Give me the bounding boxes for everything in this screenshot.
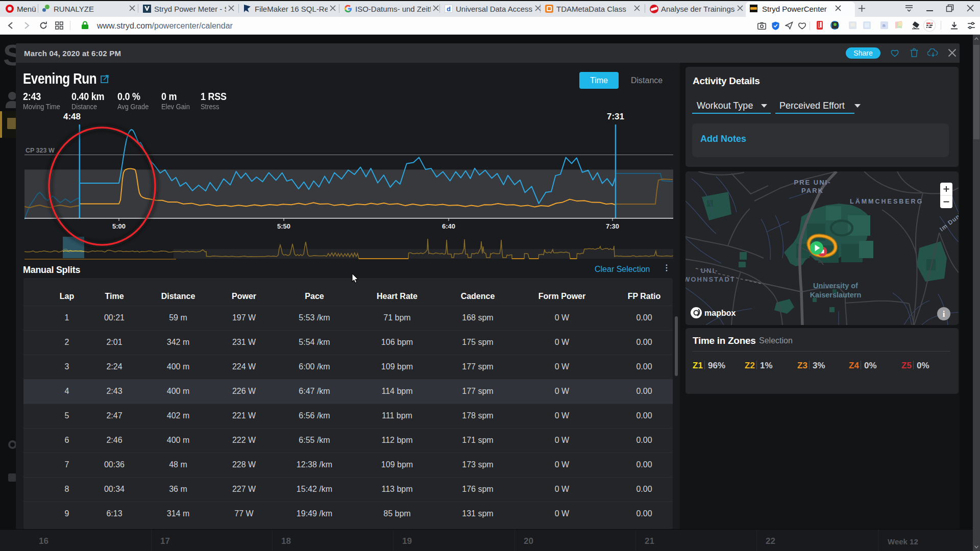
svg-text:PARK: PARK bbox=[801, 187, 824, 194]
svg-text:5:50: 5:50 bbox=[277, 222, 290, 230]
svg-text:7:31: 7:31 bbox=[607, 113, 624, 121]
svg-text:University of: University of bbox=[813, 282, 858, 290]
svg-text:6:40: 6:40 bbox=[442, 222, 455, 230]
svg-text:UNI-: UNI- bbox=[701, 267, 719, 274]
svg-text:7:30: 7:30 bbox=[606, 222, 619, 230]
svg-text:Kaiserslautern: Kaiserslautern bbox=[810, 291, 862, 299]
svg-text:LÄMMCHESBERG: LÄMMCHESBERG bbox=[850, 197, 923, 205]
svg-text:WOHNSTADT: WOHNSTADT bbox=[685, 276, 736, 283]
svg-text:mapbox: mapbox bbox=[704, 309, 736, 317]
svg-text:i: i bbox=[943, 309, 945, 319]
svg-text:PRE UNI-: PRE UNI- bbox=[794, 179, 831, 186]
